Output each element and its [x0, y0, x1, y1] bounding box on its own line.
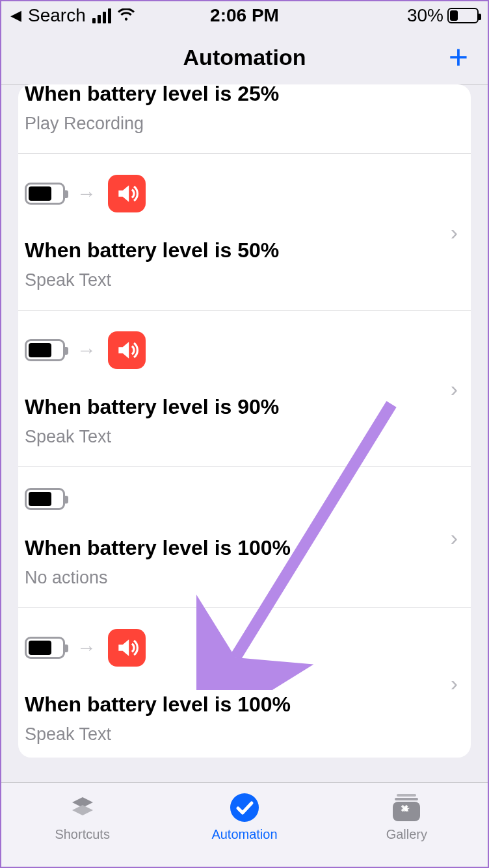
page-title: Automation	[183, 45, 306, 70]
back-app-label: Search	[28, 5, 86, 26]
gallery-icon	[390, 792, 423, 823]
tab-label: Gallery	[386, 827, 427, 842]
automation-icon-line: →	[25, 175, 453, 212]
tab-label: Shortcuts	[55, 827, 109, 842]
status-bar: ◀ Search 2:06 PM 30%	[1, 1, 488, 30]
svg-rect-3	[395, 798, 418, 800]
arrow-right-icon: →	[77, 183, 96, 205]
battery-icon	[25, 637, 65, 659]
automation-subtitle: Speak Text	[25, 724, 453, 745]
plus-icon: +	[449, 38, 468, 76]
automation-title: When battery level is 25%	[25, 84, 453, 106]
speaker-icon	[108, 331, 146, 369]
automation-row[interactable]: → When battery level is 100% Speak Text …	[18, 608, 471, 758]
automation-subtitle: Speak Text	[25, 427, 453, 447]
automation-icon-line: →	[25, 331, 453, 369]
automation-row[interactable]: → When battery level is 50% Speak Text ›	[18, 154, 471, 311]
cellular-signal-icon	[92, 8, 111, 23]
back-caret-icon: ◀	[10, 7, 21, 24]
automation-icon-line: →	[25, 629, 453, 667]
automation-row[interactable]: → When battery level is 90% Speak Text ›	[18, 311, 471, 467]
automation-row[interactable]: When battery level is 25% Play Recording	[18, 84, 471, 154]
automation-subtitle: No actions	[25, 568, 453, 588]
automation-list: When battery level is 25% Play Recording…	[18, 84, 471, 758]
arrow-right-icon: →	[77, 637, 96, 659]
automation-subtitle: Play Recording	[25, 114, 453, 134]
status-right: 30%	[407, 5, 479, 26]
automation-title: When battery level is 90%	[25, 395, 453, 419]
battery-status-icon	[447, 8, 479, 23]
battery-fill	[450, 10, 458, 21]
nav-bar: Automation +	[1, 30, 488, 85]
chevron-right-icon: ›	[451, 376, 458, 402]
battery-icon	[25, 183, 65, 205]
status-time: 2:06 PM	[210, 5, 279, 26]
arrow-right-icon: →	[77, 339, 96, 361]
tab-shortcuts[interactable]: Shortcuts	[31, 792, 135, 842]
tab-automation[interactable]: Automation	[192, 792, 297, 842]
battery-icon	[25, 488, 65, 510]
chevron-right-icon: ›	[451, 220, 458, 245]
wifi-icon	[118, 5, 135, 26]
tab-bar: Shortcuts Automation Gallery	[1, 782, 488, 867]
speaker-icon	[108, 629, 146, 667]
automation-row[interactable]: When battery level is 100% No actions ›	[18, 467, 471, 608]
shortcuts-icon	[67, 792, 98, 823]
status-left[interactable]: ◀ Search	[10, 5, 135, 26]
automation-title: When battery level is 100%	[25, 536, 453, 560]
automation-subtitle: Speak Text	[25, 270, 453, 290]
tab-label: Automation	[211, 827, 277, 842]
battery-percent-label: 30%	[407, 5, 443, 26]
automation-icon-line	[25, 488, 453, 510]
svg-rect-2	[397, 794, 416, 797]
tab-gallery[interactable]: Gallery	[354, 792, 458, 842]
automation-title: When battery level is 50%	[25, 238, 453, 262]
automation-icon	[229, 792, 260, 823]
battery-icon	[25, 339, 65, 361]
speaker-icon	[108, 175, 146, 212]
svg-point-1	[230, 793, 259, 822]
chevron-right-icon: ›	[451, 525, 458, 550]
chevron-right-icon: ›	[451, 670, 458, 696]
automation-title: When battery level is 100%	[25, 693, 453, 717]
